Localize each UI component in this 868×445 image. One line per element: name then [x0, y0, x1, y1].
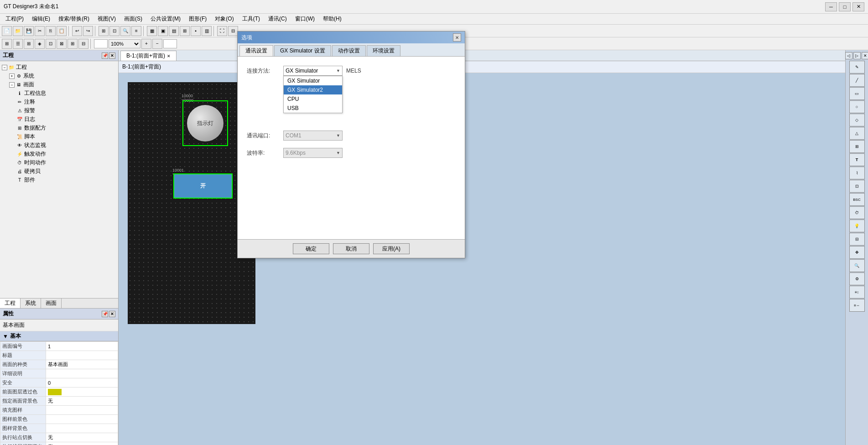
- minimize-button[interactable]: ─: [825, 2, 837, 11]
- canvas-on-button[interactable]: 开: [173, 173, 233, 199]
- close-panel-icon[interactable]: ✕: [109, 52, 115, 59]
- connection-method-select[interactable]: GX Simulator ▼: [283, 66, 343, 76]
- right-btn-handle[interactable]: ⌇: [849, 167, 865, 179]
- tb-screen-btn[interactable]: ▦: [147, 26, 157, 36]
- right-btn-clock[interactable]: ⏱: [849, 206, 865, 219]
- tree-item-system[interactable]: + ⚙ 系统: [2, 72, 116, 80]
- menu-screen[interactable]: 画面(S): [120, 14, 146, 24]
- prop-value-screen-type[interactable]: 基本画面: [46, 360, 118, 369]
- dialog-tab-comm-settings[interactable]: 通讯设置: [239, 45, 273, 56]
- canvas-tab-close-icon[interactable]: ✕: [167, 54, 171, 58]
- prop-value-station-switch[interactable]: 无: [46, 433, 118, 442]
- tree-item-alarm[interactable]: ⚠ 报警: [2, 106, 116, 115]
- tb-btn-4[interactable]: ≡: [131, 26, 141, 36]
- canvas-tab-b1[interactable]: B-1:(前面+背面) ✕: [120, 51, 177, 61]
- tree-item-project-info[interactable]: ℹ 工程信息: [2, 89, 116, 98]
- dialog-tab-gx-simulator[interactable]: GX Simulator 设置: [274, 45, 331, 56]
- tb2-btn-4[interactable]: ◈: [35, 39, 45, 49]
- tb-btn-8[interactable]: ▪: [191, 26, 201, 36]
- ok-button[interactable]: 确定: [293, 243, 329, 254]
- canvas-inner[interactable]: 10000 Y0000 指示灯 10001 Y0000 开: [128, 82, 255, 324]
- dropdown-item-usb[interactable]: USB: [284, 104, 342, 113]
- tb-btn-1[interactable]: ⊞: [99, 26, 109, 36]
- zoom-out-button[interactable]: −: [152, 39, 162, 49]
- tree-item-script[interactable]: 📜 脚本: [2, 132, 116, 141]
- tb2-btn-2[interactable]: ☰: [13, 39, 23, 49]
- menu-window[interactable]: 窗口(W): [291, 14, 318, 24]
- properties-scroll-area[interactable]: 画面编号 1 标题 画面的种类 基本画面 详细说明: [0, 341, 118, 445]
- tab-project[interactable]: 工程: [0, 298, 21, 308]
- props-close-icon[interactable]: ✕: [109, 311, 115, 317]
- apply-button[interactable]: 应用(A): [373, 243, 410, 254]
- tree-expand-project[interactable]: −: [2, 65, 7, 70]
- tb-btn-10[interactable]: ⛶: [217, 26, 227, 36]
- tree-item-log[interactable]: 📅 日志: [2, 115, 116, 124]
- dropdown-item-cpu[interactable]: CPU: [284, 94, 342, 104]
- tb-open-button[interactable]: 📁: [13, 26, 23, 36]
- menu-view[interactable]: 视图(V): [94, 14, 120, 24]
- tb-btn-6[interactable]: ▤: [169, 26, 179, 36]
- prop-value-alarm-popup[interactable]: 有: [46, 442, 118, 445]
- zoom-select[interactable]: 100%: [109, 39, 140, 48]
- baud-rate-select[interactable]: 9.6Kbps ▼: [283, 148, 343, 158]
- comm-port-select[interactable]: COM1 ▼: [283, 131, 343, 141]
- props-pin-icon[interactable]: 📌: [102, 311, 108, 317]
- tree-expand-screen[interactable]: −: [9, 82, 15, 88]
- nav-close-icon[interactable]: ✕: [862, 52, 868, 59]
- dialog-tab-action-settings[interactable]: 动作设置: [332, 45, 366, 56]
- dropdown-item-gx-sim2[interactable]: GX Simulator2: [284, 85, 342, 94]
- prop-value-fg-color[interactable]: [46, 415, 118, 424]
- right-btn-move[interactable]: ✥: [849, 246, 865, 259]
- right-btn-polygon[interactable]: ◇: [849, 114, 865, 126]
- tb-redo-button[interactable]: ↪: [83, 26, 93, 36]
- tree-item-recipe[interactable]: ⊞ 数据配方: [2, 124, 116, 132]
- prop-value-security[interactable]: 0: [46, 378, 118, 387]
- tree-item-annotation[interactable]: ✏ 注释: [2, 98, 116, 106]
- menu-project[interactable]: 工程(P): [2, 14, 27, 24]
- right-btn-pen[interactable]: ✎: [849, 61, 865, 73]
- tb2-btn-5[interactable]: ⊡: [46, 39, 56, 49]
- tb-btn-11[interactable]: ⊟: [228, 26, 238, 36]
- tb-btn-5[interactable]: ▣: [158, 26, 168, 36]
- canvas-indicator-light[interactable]: 指示灯: [182, 100, 228, 146]
- section-collapse-icon[interactable]: ▼: [3, 333, 8, 340]
- menu-tools[interactable]: 工具(T): [239, 14, 264, 24]
- canvas-content[interactable]: 10000 Y0000 指示灯 10001 Y0000 开: [119, 73, 845, 445]
- tb-btn-7[interactable]: ⊞: [180, 26, 190, 36]
- tb2-btn-6[interactable]: ⊠: [57, 39, 67, 49]
- tb-btn-9[interactable]: ▥: [202, 26, 212, 36]
- tree-item-time-action[interactable]: ⏱ 时间动作: [2, 158, 116, 167]
- tree-item-parts[interactable]: T 部件: [2, 176, 116, 184]
- right-btn-text[interactable]: T: [849, 153, 865, 166]
- tb-cut-button[interactable]: ✂: [35, 26, 45, 36]
- dialog-tab-env-settings[interactable]: 环境设置: [367, 45, 400, 56]
- menu-object[interactable]: 对象(O): [211, 14, 237, 24]
- right-btn-config[interactable]: ⚙: [849, 272, 865, 285]
- right-btn-rect[interactable]: ▭: [849, 87, 865, 100]
- dialog-close-button[interactable]: ✕: [453, 33, 461, 42]
- tb2-btn-1[interactable]: ⊞: [2, 39, 12, 49]
- tree-item-project[interactable]: − 📁 工程: [2, 63, 116, 72]
- tb-btn-3[interactable]: 🔍: [120, 26, 130, 36]
- tb-paste-button[interactable]: 📋: [57, 26, 67, 36]
- nav-left-icon[interactable]: ◁: [845, 52, 852, 59]
- right-btn-line[interactable]: ╱: [849, 74, 865, 87]
- prop-value-screen-number[interactable]: 1: [46, 342, 118, 351]
- tab-system[interactable]: 系统: [21, 298, 41, 308]
- page-number-input[interactable]: 1: [94, 39, 108, 48]
- tree-item-screen[interactable]: − 🖥 画面: [2, 80, 116, 89]
- tree-item-hardcopy[interactable]: 🖨 硬拷贝: [2, 167, 116, 176]
- close-window-button[interactable]: ✕: [852, 2, 864, 11]
- prop-value-title[interactable]: [46, 351, 118, 360]
- maximize-button[interactable]: □: [839, 2, 851, 11]
- right-btn-arrow[interactable]: △: [849, 127, 865, 140]
- dropdown-item-gx-sim[interactable]: GX Simulator: [284, 76, 342, 85]
- menu-search[interactable]: 搜索/替换(R): [55, 14, 93, 24]
- tb-copy-button[interactable]: ⎘: [46, 26, 56, 36]
- menu-comm[interactable]: 通讯(C): [265, 14, 291, 24]
- prop-value-front-layer[interactable]: [46, 387, 118, 397]
- right-btn-lamp[interactable]: 💡: [849, 220, 865, 232]
- zoom-in-button[interactable]: +: [141, 39, 151, 49]
- menu-public[interactable]: 公共设置(M): [147, 14, 184, 24]
- pin-icon[interactable]: 📌: [102, 52, 108, 59]
